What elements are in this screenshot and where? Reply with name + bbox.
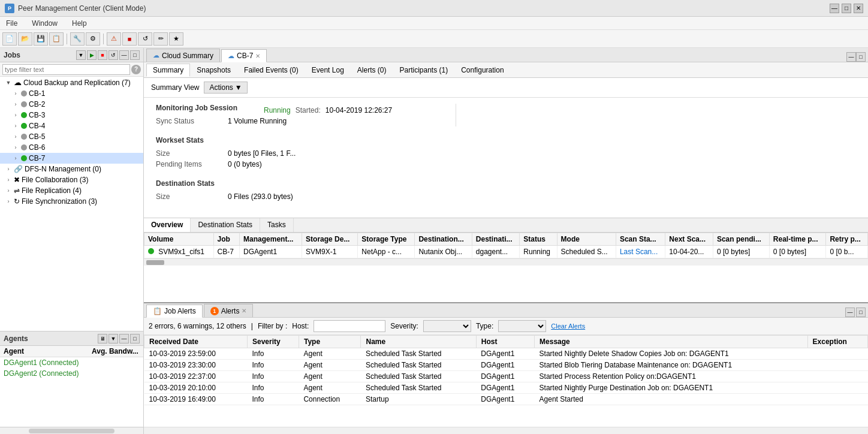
tb-stop[interactable]: ■ <box>122 32 137 46</box>
ov-tab-overview[interactable]: Overview <box>144 218 191 232</box>
tree-cb5[interactable]: › CB-5 <box>0 131 143 142</box>
host-filter-label: Host: <box>292 322 309 330</box>
tree-cb4[interactable]: › CB-4 <box>0 120 143 131</box>
alert-1-message: Started Blob Tiering Database Maintenanc… <box>535 360 808 371</box>
jobs-minimize-btn[interactable]: — <box>119 50 129 60</box>
content-tab-snapshots[interactable]: Snapshots <box>190 64 237 77</box>
tb-copy[interactable]: 📋 <box>49 32 64 46</box>
tree-cb2[interactable]: › CB-2 <box>0 99 143 110</box>
tree-cb1[interactable]: › CB-1 <box>0 88 143 99</box>
tb-btn6[interactable]: ⚙ <box>86 32 100 46</box>
alerts-row-2[interactable]: 10-03-2019 22:37:00 Info Agent Scheduled… <box>144 371 868 382</box>
alerts-row-1[interactable]: 10-03-2019 23:30:00 Info Agent Scheduled… <box>144 360 868 371</box>
expand-cb5[interactable]: › <box>12 133 19 140</box>
tree-cb7[interactable]: › CB-7 <box>0 153 143 164</box>
tb-open[interactable]: 📂 <box>18 32 32 46</box>
tree-cb6[interactable]: › CB-6 <box>0 142 143 153</box>
jobs-filter-input[interactable] <box>2 64 130 75</box>
jobs-maxrestore-btn[interactable]: □ <box>130 50 140 60</box>
tree-cb4-label: CB-4 <box>29 122 45 130</box>
tb-save[interactable]: 💾 <box>34 32 48 46</box>
ov-tab-tasks[interactable]: Tasks <box>260 218 294 232</box>
menu-help[interactable]: Help <box>68 18 91 29</box>
content-tab-participants[interactable]: Participants (1) <box>393 64 455 77</box>
tb-refresh[interactable]: ↺ <box>138 32 152 46</box>
job-alerts-label: Job Alerts <box>164 307 196 315</box>
maximize-button[interactable]: □ <box>842 4 851 13</box>
alert-tab-alerts[interactable]: 1 Alerts ✕ <box>204 304 254 317</box>
agents-filter-btn[interactable]: ▼ <box>108 334 118 343</box>
tab-area-restore[interactable]: □ <box>856 52 866 62</box>
alert-2-type: Agent <box>299 371 361 382</box>
expand-cb3[interactable]: › <box>12 111 19 119</box>
content-tab-summary[interactable]: Summary <box>146 64 190 77</box>
expand-file-sync[interactable]: › <box>5 198 12 205</box>
left-hscroll[interactable] <box>0 427 143 434</box>
overview-hscroll[interactable] <box>144 258 868 266</box>
tab-cloud-summary[interactable]: ☁ Cloud Summary <box>146 49 220 62</box>
tb-btn5[interactable]: 🔧 <box>70 32 85 46</box>
cb2-status-dot <box>21 101 27 107</box>
jobs-play-btn[interactable]: ▶ <box>87 50 97 60</box>
alerts-restore-btn[interactable]: □ <box>856 308 866 317</box>
agents-row-1[interactable]: DGAgent2 (Connected) <box>0 368 143 379</box>
tree-cloud-backup[interactable]: ▼ ☁ Cloud Backup and Replication (7) <box>0 77 143 88</box>
tree-dfs[interactable]: › 🔗 DFS-N Management (0) <box>0 164 143 174</box>
expand-dfs[interactable]: › <box>5 165 12 173</box>
tb-star[interactable]: ★ <box>169 32 183 46</box>
alert-tab-job-alerts[interactable]: 📋 Job Alerts <box>146 305 203 318</box>
menu-file[interactable]: File <box>2 18 21 29</box>
severity-filter-select[interactable] <box>423 320 471 332</box>
expand-file-collab[interactable]: › <box>5 176 12 183</box>
jobs-filter-btn[interactable]: ▼ <box>76 50 86 60</box>
tree-file-repl[interactable]: › ⇌ File Replication (4) <box>0 185 143 196</box>
expand-cb7[interactable]: › <box>12 155 19 162</box>
tab-cb7[interactable]: ☁ CB-7 ✕ <box>221 49 267 62</box>
type-filter-select[interactable] <box>498 320 546 332</box>
overview-data-row-0[interactable]: SVM9x1_cifs1 CB-7 DGAgent1 SVM9X-1 NetAp… <box>144 246 868 258</box>
jobs-stop-btn[interactable]: ■ <box>98 50 107 60</box>
ov-tab-dest-stats[interactable]: Destination Stats <box>191 218 260 232</box>
tree-file-collab[interactable]: › ✖ File Collaboration (3) <box>0 174 143 185</box>
agents-icon-btn[interactable]: 🖥 <box>98 334 107 343</box>
cloud-summary-tab-icon: ☁ <box>153 52 159 59</box>
content-tab-failed-events[interactable]: Failed Events (0) <box>237 64 305 77</box>
agents-row-0[interactable]: DGAgent1 (Connected) <box>0 357 143 368</box>
expand-cb4[interactable]: › <box>12 122 19 129</box>
expand-cb1[interactable]: › <box>12 90 19 97</box>
clear-alerts-link[interactable]: Clear Alerts <box>551 323 585 330</box>
agents-maxrestore-btn[interactable]: □ <box>130 334 140 343</box>
window-controls[interactable]: — □ ✕ <box>830 4 863 13</box>
tab-cb7-close[interactable]: ✕ <box>255 53 260 59</box>
alert-3-severity: Info <box>247 382 299 394</box>
alert-4-severity: Info <box>247 394 299 405</box>
expand-cb2[interactable]: › <box>12 101 19 108</box>
content-tab-alerts[interactable]: Alerts (0) <box>351 64 393 77</box>
tab-area-minimize[interactable]: — <box>846 52 856 62</box>
agents-minimize-btn[interactable]: — <box>119 334 129 343</box>
content-tab-event-log[interactable]: Event Log <box>305 64 351 77</box>
jobs-refresh-btn[interactable]: ↺ <box>108 50 118 60</box>
jobs-filter-help[interactable]: ? <box>131 65 141 74</box>
alerts-row-3[interactable]: 10-03-2019 20:10:00 Info Agent Scheduled… <box>144 382 868 394</box>
expand-icon[interactable]: ▼ <box>5 79 12 86</box>
close-button[interactable]: ✕ <box>854 4 863 13</box>
tree-cb3[interactable]: › CB-3 <box>0 110 143 120</box>
alerts-hscroll[interactable] <box>144 427 868 434</box>
app-icon: P <box>5 4 14 13</box>
tree-file-sync[interactable]: › ↻ File Synchronization (3) <box>0 196 143 207</box>
alerts-minimize-btn[interactable]: — <box>845 308 855 317</box>
expand-file-repl[interactable]: › <box>5 187 12 194</box>
tb-edit[interactable]: ✏ <box>153 32 168 46</box>
alerts-row-0[interactable]: 10-03-2019 23:59:00 Info Agent Scheduled… <box>144 348 868 360</box>
actions-button[interactable]: Actions ▼ <box>204 82 247 94</box>
content-tab-configuration[interactable]: Configuration <box>454 64 510 77</box>
alerts-row-4[interactable]: 10-03-2019 16:49:00 Info Connection Star… <box>144 394 868 405</box>
expand-cb6[interactable]: › <box>12 144 19 151</box>
menu-window[interactable]: Window <box>28 18 61 29</box>
minimize-button[interactable]: — <box>830 4 839 13</box>
tb-alert[interactable]: ⚠ <box>107 32 121 46</box>
tb-new[interactable]: 📄 <box>2 32 17 46</box>
host-filter-input[interactable] <box>314 320 385 332</box>
alerts-tab-close[interactable]: ✕ <box>242 308 246 314</box>
